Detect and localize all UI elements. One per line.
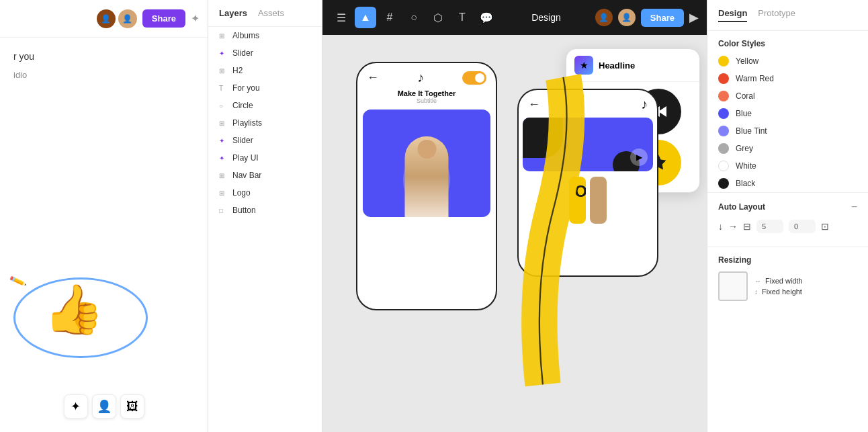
color-label-warm-red: Warm Red <box>736 74 774 83</box>
left-panel-text: r you <box>0 46 208 67</box>
color-dot-grey <box>718 143 729 154</box>
layout-clip-icon[interactable]: ⊡ <box>821 221 829 232</box>
tab-assets[interactable]: Assets <box>258 8 284 18</box>
phone1-subtitle: Subtitle <box>417 97 437 104</box>
tab-prototype[interactable]: Prototype <box>758 8 795 22</box>
comment-tool[interactable]: 💬 <box>476 7 497 28</box>
layer-icon-grid: ⊞ <box>219 32 227 40</box>
design-panel-header: Design Prototype <box>707 0 868 31</box>
avatar-top-2: 👤 <box>618 9 636 26</box>
color-item-coral[interactable]: Coral <box>718 87 857 105</box>
phone1-title: Make It Together <box>398 89 456 97</box>
color-item-warm-red[interactable]: Warm Red <box>718 70 857 87</box>
layout-align-icon[interactable]: ⊟ <box>743 221 751 232</box>
layout-spacing-field[interactable]: 5 <box>756 220 783 233</box>
resize-box-preview <box>718 271 748 301</box>
layout-wrap-icon[interactable]: → <box>728 221 738 232</box>
magic-icon[interactable]: ✦ <box>191 12 200 25</box>
color-item-grey[interactable]: Grey <box>718 140 857 157</box>
layer-item-play-ui[interactable]: ✦ Play UI <box>208 149 322 167</box>
tab-design[interactable]: Design <box>718 8 747 22</box>
color-item-black[interactable]: Black <box>718 175 857 192</box>
layer-item-slider-2[interactable]: ✦ Slider <box>208 132 322 149</box>
tab-layers[interactable]: Layers <box>219 8 247 18</box>
layer-item-button[interactable]: □ Button <box>208 202 322 219</box>
color-dot-blue-tint <box>718 126 729 136</box>
avatar-top-1: 👤 <box>595 9 613 26</box>
auto-layout-section: Auto Layout − ↓ → ⊟ 5 0 ⊡ <box>707 192 868 247</box>
layer-item-playlists[interactable]: ⊞ Playlists <box>208 114 322 132</box>
remove-auto-layout-btn[interactable]: − <box>851 201 857 213</box>
color-label-blue: Blue <box>736 109 752 118</box>
layer-label-circle: Circle <box>232 101 253 110</box>
layout-controls: ↓ → ⊟ 5 0 ⊡ <box>718 220 857 233</box>
layers-list: ⊞ Albums ✦ Slider ⊞ H2 T For you ○ Cir <box>208 27 322 219</box>
panel-avatar: ★ <box>574 56 593 75</box>
resizing-section: Resizing ↔ Fixed width ↕ Fixed height <box>707 247 868 309</box>
left-panel: 👤 👤 Share ✦ r you idio ✏️ 👍 ✦ 👤 🖼 <box>0 0 208 432</box>
toggle-phone1[interactable] <box>462 71 486 85</box>
auto-layout-title: Auto Layout <box>718 202 765 212</box>
share-button-left[interactable]: Share <box>142 9 185 28</box>
layer-item-for-you[interactable]: T For you <box>208 79 322 97</box>
phone-mockup-2[interactable]: ← ♪ ▶ Op <box>517 89 658 277</box>
bottom-toolbar: ✦ 👤 🖼 <box>0 394 208 419</box>
fixed-height-icon: ↕ <box>754 288 758 296</box>
design-panel: Design Prototype Color Styles Yellow War… <box>707 0 868 432</box>
layout-padding-field[interactable]: 0 <box>789 220 816 233</box>
color-dot-white <box>718 161 729 171</box>
color-item-yellow[interactable]: Yellow <box>718 52 857 70</box>
layer-icon-frame-logo: ⊞ <box>219 189 227 197</box>
layers-header: Layers Assets <box>208 0 322 27</box>
play-button-top[interactable]: ▶ <box>689 10 699 25</box>
layer-label-play-ui: Play UI <box>232 153 259 163</box>
resize-fixed-width[interactable]: ↔ Fixed width <box>754 277 803 285</box>
layout-spacing-value: 5 <box>762 222 766 230</box>
toolbar-image-btn[interactable]: 🖼 <box>120 394 144 419</box>
design-app: Layers Assets ⊞ Albums ✦ Slider ⊞ H2 T <box>208 0 868 432</box>
music-note-phone2: ♪ <box>641 97 648 112</box>
resize-options: ↔ Fixed width ↕ Fixed height <box>754 277 803 296</box>
layer-item-logo[interactable]: ⊞ Logo <box>208 184 322 202</box>
share-button-top[interactable]: Share <box>641 9 684 27</box>
shape1 <box>523 118 563 158</box>
layer-label-slider-2: Slider <box>232 136 253 145</box>
color-item-blue[interactable]: Blue <box>718 105 857 122</box>
back-button-phone1[interactable]: ← <box>367 71 379 85</box>
avatar-group: 👤 👤 <box>97 9 137 28</box>
resize-fixed-height[interactable]: ↕ Fixed height <box>754 288 803 296</box>
layer-item-nav-bar[interactable]: ⊞ Nav Bar <box>208 167 322 184</box>
layout-direction-icon[interactable]: ↓ <box>718 221 723 232</box>
layer-item-h2[interactable]: ⊞ H2 <box>208 62 322 79</box>
content-card-phone1 <box>363 110 490 217</box>
frame-tool[interactable]: # <box>379 7 400 28</box>
menu-tool[interactable]: ☰ <box>331 7 352 28</box>
layer-icon-frame-navbar: ⊞ <box>219 172 227 179</box>
shape-tool[interactable]: ○ <box>403 7 425 28</box>
color-label-blue-tint: Blue Tint <box>736 126 767 136</box>
pen-tool[interactable]: ⬡ <box>427 7 449 28</box>
color-item-white[interactable]: White <box>718 157 857 175</box>
toolbar-shapes-btn[interactable]: ✦ <box>64 394 88 419</box>
back-button-phone2[interactable]: ← <box>528 97 540 112</box>
color-dot-black <box>718 178 729 189</box>
play-circle[interactable]: ▶ <box>630 148 648 166</box>
phone-mockup-1[interactable]: ← ♪ Make It Together Subtitle <box>356 62 497 310</box>
layer-item-albums[interactable]: ⊞ Albums <box>208 27 322 44</box>
fixed-height-label: Fixed height <box>762 288 802 296</box>
color-label-white: White <box>736 161 756 171</box>
color-list: Yellow Warm Red Coral Blue Blue Tint <box>707 52 868 192</box>
layer-icon-frame-h2: ⊞ <box>219 67 227 75</box>
toolbar-person-btn[interactable]: 👤 <box>92 394 116 419</box>
color-item-blue-tint[interactable]: Blue Tint <box>718 122 857 140</box>
layer-item-circle[interactable]: ○ Circle <box>208 97 322 114</box>
text-tool[interactable]: T <box>451 7 473 28</box>
layer-item-slider-1[interactable]: ✦ Slider <box>208 44 322 62</box>
color-label-yellow: Yellow <box>736 56 758 66</box>
panel-headline-title: Headline <box>599 60 635 71</box>
select-tool[interactable]: ▲ <box>355 7 376 28</box>
layer-icon-component: ✦ <box>219 50 227 57</box>
canvas-content: ← ♪ Make It Together Subtitle <box>322 35 707 432</box>
resize-control: ↔ Fixed width ↕ Fixed height <box>718 271 857 301</box>
music-note-phone1: ♪ <box>417 70 424 85</box>
